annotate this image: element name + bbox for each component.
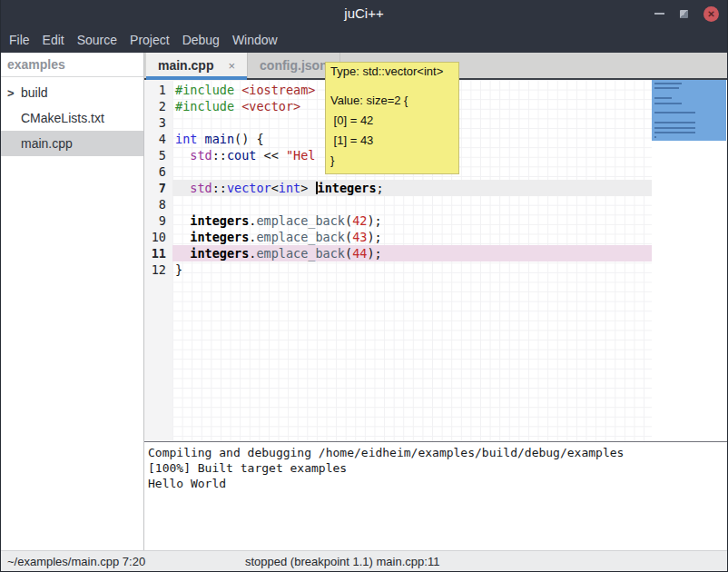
restore-icon xyxy=(680,10,688,18)
code-token: int xyxy=(279,181,300,195)
tab-main-cpp[interactable]: main.cpp× xyxy=(146,53,248,78)
code-token: int xyxy=(175,132,197,146)
code-line: integers.emplace_back(43); xyxy=(172,229,652,245)
menu-item-project[interactable]: Project xyxy=(130,33,170,47)
close-tab-icon[interactable]: × xyxy=(228,59,235,73)
minimap-line-mark xyxy=(654,103,682,104)
line-number: 2 xyxy=(144,98,172,114)
code-line: } xyxy=(172,261,652,278)
status-file-position: ~/examples/main.cpp 7:20 xyxy=(7,551,145,572)
minimap[interactable] xyxy=(652,80,728,441)
code-line: std::vector<int> integers; xyxy=(172,180,652,196)
window-title: juCi++ xyxy=(0,0,728,27)
code-token: <vector> xyxy=(241,99,300,113)
code-token: ( xyxy=(345,230,352,244)
tooltip-value-line: [0] = 42 xyxy=(330,111,454,131)
code-line xyxy=(172,196,652,212)
code-token: #include xyxy=(175,83,234,97)
menu-item-file[interactable]: File xyxy=(9,33,30,47)
tab-label: config.json xyxy=(260,58,328,73)
line-number: 8 xyxy=(144,196,172,212)
sidebar-item-cmakelists-txt[interactable]: CMakeLists.txt xyxy=(0,105,143,131)
code-line: integers.emplace_back(44); xyxy=(172,245,652,261)
terminal-output-line: [100%] Built target examples xyxy=(148,460,728,476)
code-token xyxy=(175,181,190,195)
menu-item-debug[interactable]: Debug xyxy=(182,33,220,47)
line-number: 5 xyxy=(144,147,172,163)
sidebar-item-label: build xyxy=(21,85,48,100)
close-button[interactable]: ✕ xyxy=(703,6,719,22)
tooltip-value-line: [1] = 43 xyxy=(330,131,454,151)
code-token: "Hel xyxy=(286,148,316,163)
code-token: :: xyxy=(212,181,227,195)
code-token: std xyxy=(190,148,212,163)
terminal-panel[interactable]: Compiling and debugging /home/eidheim/ex… xyxy=(144,441,728,550)
debug-value-tooltip: Type: std::vector<int> Value: size=2 { [… xyxy=(325,62,459,174)
code-token: emplace_back xyxy=(256,246,345,261)
line-number: 11 xyxy=(144,245,172,261)
minimap-line-mark xyxy=(654,87,679,89)
minimap-line-mark xyxy=(654,97,672,99)
sidebar-item-label: CMakeLists.txt xyxy=(21,111,104,125)
file-tree-sidebar: examples >buildCMakeLists.txtmain.cpp xyxy=(0,53,144,550)
code-token: ; xyxy=(377,181,384,195)
code-token: emplace_back xyxy=(256,213,345,228)
minimap-slider[interactable] xyxy=(652,80,726,141)
code-token: <iostream> xyxy=(241,83,315,97)
sidebar-item-main-cpp[interactable]: main.cpp xyxy=(0,131,143,156)
terminal-output-line: Hello World xyxy=(148,476,728,491)
code-token xyxy=(175,213,190,228)
code-token: < xyxy=(271,181,279,195)
code-token: cout xyxy=(227,148,257,163)
tooltip-type-line: Type: std::vector<int> xyxy=(330,64,454,78)
minimap-line-mark xyxy=(654,136,656,138)
code-token: main xyxy=(205,132,235,146)
minimap-line-mark xyxy=(654,112,695,113)
minimize-button[interactable] xyxy=(654,13,664,15)
code-token xyxy=(234,83,241,97)
minimap-line-mark xyxy=(654,83,682,84)
code-token: 44 xyxy=(352,246,367,261)
menu-item-window[interactable]: Window xyxy=(232,33,278,47)
code-token: integers xyxy=(190,230,249,244)
close-icon: ✕ xyxy=(707,9,714,19)
window-controls: ✕ xyxy=(654,0,719,27)
code-token: () { xyxy=(234,132,264,146)
menu-item-edit[interactable]: Edit xyxy=(43,33,64,47)
code-token xyxy=(234,99,241,113)
terminal-output-line: Compiling and debugging /home/eidheim/ex… xyxy=(148,445,728,460)
restore-button[interactable] xyxy=(680,10,688,18)
code-line: integers.emplace_back(42); xyxy=(172,212,652,229)
code-token xyxy=(175,230,190,244)
code-token: integers xyxy=(318,181,377,195)
minimap-line-mark xyxy=(654,132,695,133)
code-token xyxy=(175,148,190,163)
menu-item-source[interactable]: Source xyxy=(77,33,117,47)
sidebar-item-label: main.cpp xyxy=(21,136,73,151)
tooltip-value-line: } xyxy=(330,151,454,171)
code-token: vector xyxy=(227,181,271,195)
line-number: 1 xyxy=(144,82,172,98)
code-token: ); xyxy=(367,230,381,244)
sidebar-item-build[interactable]: >build xyxy=(0,80,143,105)
code-token: ); xyxy=(367,246,381,261)
menubar: FileEditSourceProjectDebugWindow xyxy=(0,27,728,53)
chevron-right-icon[interactable]: > xyxy=(7,86,21,100)
code-token: emplace_back xyxy=(256,230,345,244)
status-debug-state: stopped (breakpoint 1.1) main.cpp:11 xyxy=(245,551,439,572)
code-token: << xyxy=(256,148,286,163)
code-token: 43 xyxy=(352,230,367,244)
titlebar: juCi++ ✕ xyxy=(0,0,728,27)
line-number: 3 xyxy=(144,114,172,131)
line-number: 6 xyxy=(144,163,172,180)
tooltip-value-line: Value: size=2 { xyxy=(330,91,454,111)
tab-label: main.cpp xyxy=(158,58,213,73)
code-token: > xyxy=(300,181,315,195)
code-token: ( xyxy=(345,246,352,261)
file-tree: >buildCMakeLists.txtmain.cpp xyxy=(0,77,143,156)
minimap-line-mark xyxy=(654,122,695,123)
line-number: 10 xyxy=(144,229,172,245)
code-token: } xyxy=(175,262,182,277)
code-token: integers xyxy=(190,246,249,261)
line-number: 9 xyxy=(144,212,172,229)
